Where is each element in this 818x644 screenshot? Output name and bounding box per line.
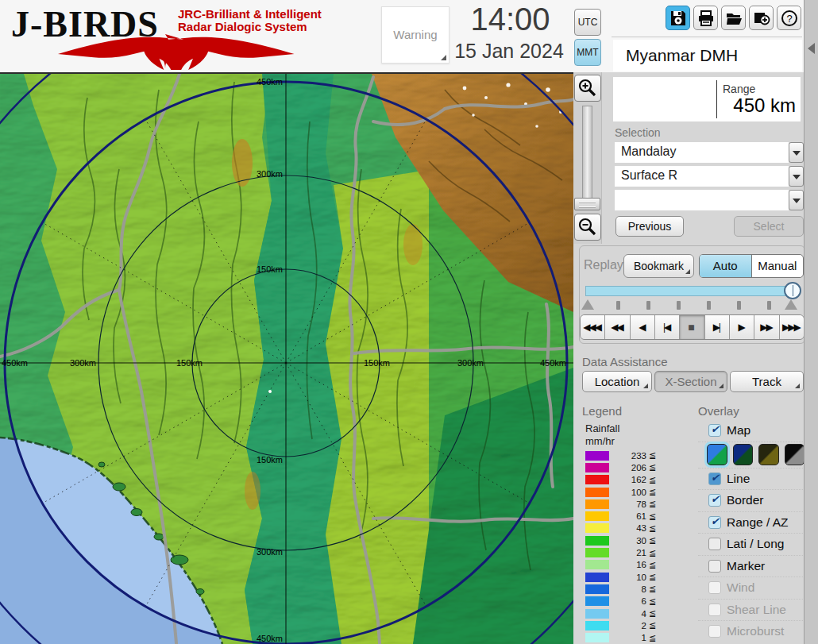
option-dropdown[interactable] xyxy=(615,190,804,210)
overlay-item[interactable]: ✔ Line xyxy=(698,468,804,490)
playback-step-forward[interactable]: ▶| xyxy=(705,315,730,339)
chevron-down-icon[interactable] xyxy=(789,166,804,187)
legend-value: 21 xyxy=(609,548,646,557)
chevron-down-icon[interactable] xyxy=(789,142,804,163)
legend-color-swatch xyxy=(585,475,609,484)
collapse-panel-icon[interactable] xyxy=(808,43,815,54)
selection-label: Selection xyxy=(615,126,661,139)
overlay-checkbox[interactable]: ✔ xyxy=(708,424,721,437)
overlay-item[interactable]: ✔ Map xyxy=(698,419,804,442)
data-assistance-label: Data Assistance xyxy=(582,355,668,368)
playback-play-reverse[interactable]: ◀ xyxy=(631,315,655,339)
slider-start-marker[interactable] xyxy=(581,299,594,310)
svg-text:150km: 150km xyxy=(364,358,390,368)
previous-button[interactable]: Previous xyxy=(615,216,684,237)
zoom-slider-handle[interactable] xyxy=(574,198,600,210)
save-icon xyxy=(669,10,687,27)
legend-lte-symbol: ≦ xyxy=(649,620,656,631)
range-divider xyxy=(716,80,717,118)
corner-arrow-icon xyxy=(685,269,690,274)
zoom-out-button[interactable] xyxy=(574,214,601,241)
overlay-item-label: Marker xyxy=(727,559,765,573)
map-zoom-strip xyxy=(573,72,602,244)
jbirds-logo: J-BIRDS JRC-Brilliant & Intelligent Rada… xyxy=(6,2,372,71)
capture-add-button[interactable] xyxy=(749,6,774,30)
product-dropdown[interactable]: Surface R xyxy=(615,166,804,187)
legend-row: 2 ≦ xyxy=(585,619,674,631)
overlay-item-label: Line xyxy=(727,472,750,486)
checkmark-icon: ✔ xyxy=(711,493,720,505)
checkmark-icon: ✔ xyxy=(711,472,720,484)
rainfall-legend: 233 ≦ 206 ≦ 162 ≦ 100 ≦ 78 ≦ 61 ≦ 43 ≦ 3… xyxy=(585,449,674,644)
xsection-button[interactable]: X-Section xyxy=(654,371,727,392)
svg-text:?: ? xyxy=(786,13,792,25)
radar-map-area[interactable]: 450km 300km 150km 150km 300km 450km 450k… xyxy=(0,72,573,644)
select-button[interactable]: Select xyxy=(734,216,804,237)
overlay-checkbox[interactable]: ✔ xyxy=(708,516,721,529)
overlay-checkbox[interactable] xyxy=(708,625,721,638)
legend-lte-symbol: ≦ xyxy=(649,560,656,570)
legend-value: 43 xyxy=(609,523,646,533)
playback-step-back[interactable]: |◀ xyxy=(655,315,680,339)
legend-value: 100 xyxy=(609,488,646,497)
legend-value: 8 xyxy=(609,584,646,594)
overlay-item[interactable]: Marker xyxy=(698,555,804,577)
help-button[interactable]: ? xyxy=(777,6,801,30)
auto-mode-button[interactable]: Auto xyxy=(700,255,752,277)
warning-selector[interactable]: Warning xyxy=(381,6,450,64)
playback-rewind-fast[interactable]: ◀◀◀ xyxy=(581,315,605,339)
time-slider-track[interactable] xyxy=(585,286,793,296)
overlay-item-label: Shear Line xyxy=(727,603,786,617)
panel-edge-strip xyxy=(804,0,818,644)
overlay-checkbox[interactable] xyxy=(708,560,721,573)
corner-arrow-icon xyxy=(719,384,723,388)
overlay-item-label: Microburst xyxy=(727,624,784,638)
legend-lte-symbol: ≦ xyxy=(649,487,656,497)
legend-lte-symbol: ≦ xyxy=(649,596,656,607)
overlay-checkbox[interactable] xyxy=(708,581,721,594)
map-style-swatch[interactable] xyxy=(733,444,754,465)
location-button[interactable]: Location xyxy=(582,371,652,392)
slider-tick xyxy=(767,301,771,310)
site-dropdown[interactable]: Mandalay xyxy=(615,142,804,163)
legend-lte-symbol: ≦ xyxy=(649,475,656,485)
map-style-swatch[interactable] xyxy=(758,444,779,465)
overlay-checkbox[interactable]: ✔ xyxy=(708,494,721,507)
manual-mode-button[interactable]: Manual xyxy=(752,255,804,277)
playback-play[interactable]: ▶ xyxy=(730,315,754,339)
overlay-checkbox[interactable] xyxy=(708,538,721,550)
legend-lte-symbol: ≦ xyxy=(649,572,656,582)
zoom-slider-track[interactable] xyxy=(582,106,592,210)
legend-label: Legend xyxy=(582,404,622,418)
print-button[interactable] xyxy=(693,6,718,30)
playback-rewind[interactable]: ◀◀ xyxy=(605,315,630,339)
playback-forward-fast[interactable]: ▶▶▶ xyxy=(780,315,804,339)
magnifier-plus-icon xyxy=(577,78,598,98)
legend-row: 233 ≦ xyxy=(585,449,674,461)
overlay-checkbox[interactable]: ✔ xyxy=(708,472,721,485)
overlay-item[interactable]: Lati / Long xyxy=(698,533,804,555)
svg-text:300km: 300km xyxy=(257,169,283,179)
legend-color-swatch xyxy=(585,596,609,606)
playback-stop[interactable]: ■ xyxy=(680,315,704,339)
chevron-down-icon[interactable] xyxy=(789,190,804,210)
legend-lte-symbol: ≦ xyxy=(649,584,656,594)
map-style-swatch[interactable] xyxy=(785,444,805,465)
timezone-utc-button[interactable]: UTC xyxy=(574,9,601,36)
map-style-swatch[interactable] xyxy=(707,444,727,465)
track-button[interactable]: Track xyxy=(730,371,804,392)
time-slider-handle[interactable] xyxy=(784,282,801,299)
overlay-checkbox[interactable] xyxy=(708,604,721,616)
legend-value: 30 xyxy=(609,536,646,546)
zoom-in-button[interactable] xyxy=(574,75,601,102)
timezone-mmt-button[interactable]: MMT xyxy=(574,39,601,66)
slider-end-marker[interactable] xyxy=(785,299,797,310)
open-folder-button[interactable] xyxy=(721,6,746,30)
range-label: Range xyxy=(723,83,755,95)
save-button[interactable] xyxy=(666,6,690,30)
overlay-item[interactable]: ✔ Range / AZ xyxy=(698,511,804,534)
overlay-item: Shear Line xyxy=(698,599,804,621)
bookmark-button[interactable]: Bookmark xyxy=(623,254,694,278)
playback-forward[interactable]: ▶▶ xyxy=(754,315,779,339)
overlay-item[interactable]: ✔ Border xyxy=(698,489,804,511)
